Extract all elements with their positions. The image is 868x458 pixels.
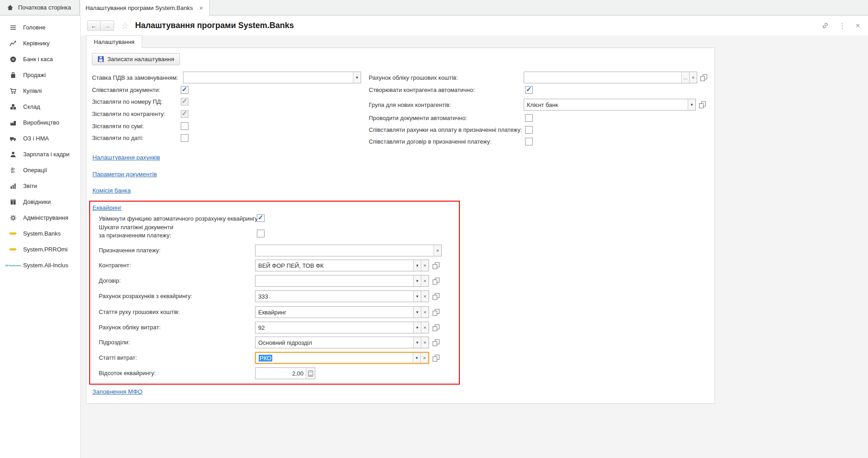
sidebar-item-zarplata-kadry[interactable]: Зарплата і кадри [0,146,80,162]
dropdown-button[interactable]: ▾ [353,72,361,83]
clear-button[interactable]: × [421,307,429,318]
clear-button[interactable]: × [421,322,429,333]
sidebar-item-zvity[interactable]: Звіти [0,178,80,194]
auto-create-counterparty-checkbox[interactable] [525,86,533,94]
sidebar-item-system-all-inclusive[interactable]: All-Inclusive System.All-Inclus [0,257,80,273]
enable-acquiring-checkbox[interactable] [257,214,265,222]
cash-account-value[interactable] [524,72,681,83]
acquiring-percent-value[interactable]: 2,00 [256,368,306,379]
payment-purpose-field[interactable]: × [255,245,442,256]
clear-button[interactable]: × [421,337,429,348]
clear-button[interactable]: × [421,275,429,286]
link-accounts-settings[interactable]: Налаштування рахунків [92,154,160,161]
dropdown-button[interactable]: ▾ [413,260,421,271]
dropdown-button[interactable]: ▾ [688,99,695,110]
link-bank-commission[interactable]: Комісія банка [92,187,131,194]
sidebar-item-administruvannya[interactable]: Адміністрування [0,210,80,226]
departments-value[interactable]: Основний підрозділ [256,337,413,348]
dropdown-button[interactable]: ▾ [413,307,421,318]
auto-post-checkbox[interactable] [525,114,533,122]
expense-account-copy-icon[interactable] [433,324,439,331]
acquiring-percent-field[interactable]: 2,00 [255,367,315,379]
sidebar-item-oz-nma[interactable]: ОЗ і НМА [0,130,80,146]
vat-rate-value[interactable] [183,72,353,83]
clear-button[interactable]: × [689,72,697,83]
sidebar-item-vyrobnytstvo[interactable]: Виробництво [0,115,80,130]
more-menu-icon[interactable]: ⋮ [839,22,846,30]
gear-icon [9,214,17,222]
vat-rate-combobox[interactable]: ▾ [183,72,361,83]
sidebar-item-kupivli[interactable]: Купівлі [0,83,80,99]
calculator-button[interactable] [306,368,315,379]
contract-combobox[interactable]: ▾ × [255,275,429,287]
clear-button[interactable]: × [421,291,429,302]
sidebar-item-operatsii[interactable]: Дт Кт Операції [0,162,80,178]
expense-items-combobox[interactable]: РКО ▾ × [255,352,429,364]
favorite-star-icon[interactable]: ☆ [121,21,129,31]
save-settings-button[interactable]: Записати налаштування [92,53,180,65]
expense-items-value[interactable]: РКО [259,355,272,362]
departments-combobox[interactable]: Основний підрозділ ▾ × [255,337,429,348]
match-payment-accounts-checkbox[interactable] [525,126,533,134]
new-group-combobox[interactable]: Клієнт банк ▾ [524,99,696,111]
contract-value[interactable] [256,275,413,286]
dropdown-button[interactable]: ▾ [413,337,421,348]
sidebar-item-system-prromi[interactable]: System.PRROmi [0,241,80,257]
new-group-copy-icon[interactable] [699,101,706,108]
link-acquiring[interactable]: Еквайринг [92,204,121,211]
get-link-icon[interactable] [821,22,829,29]
clear-button[interactable]: × [434,245,441,256]
contract-copy-icon[interactable] [433,278,439,284]
departments-copy-icon[interactable] [433,339,439,346]
close-form-icon[interactable]: × [856,22,860,30]
clear-button[interactable]: × [420,353,428,363]
cash-flow-item-combobox[interactable]: Еквайринг ▾ × [255,306,429,318]
sidebar-item-bank-kasa[interactable]: Банк і каса [0,51,80,67]
new-group-value[interactable]: Клієнт банк [524,99,688,110]
match-docs-checkbox[interactable] [181,86,188,94]
cash-account-field[interactable]: ... × [524,72,697,83]
back-button[interactable]: ← [87,20,101,31]
dropdown-button[interactable]: ▾ [413,353,420,363]
settlement-account-value[interactable]: 333 [256,291,413,302]
search-docs-checkbox[interactable] [257,230,265,237]
cash-flow-item-value[interactable]: Еквайринг [256,307,413,318]
dropdown-button[interactable]: ▾ [413,291,421,302]
dropdown-button[interactable]: ▾ [413,275,421,286]
match-date-checkbox[interactable] [181,134,188,142]
sidebar-item-dovidnyky[interactable]: Довідники [0,194,80,210]
sidebar-item-prodazhi[interactable]: Продажі [0,67,80,83]
match-sum-checkbox[interactable] [181,122,188,130]
tab-close-icon[interactable]: × [198,5,204,11]
clear-x-icon: × [436,248,439,253]
settlement-account-combobox[interactable]: 333 ▾ × [255,290,429,302]
settlement-account-copy-icon[interactable] [433,293,439,300]
sidebar-item-holovne[interactable]: Головне [0,19,80,35]
sidebar-item-system-banks[interactable]: System.Banks [0,226,80,241]
forward-button[interactable]: → [101,20,114,31]
sidebar-item-sklad[interactable]: Склад [0,99,80,115]
sidebar-item-kerivnyku[interactable]: Керівнику [0,35,80,51]
caret-icon: ▾ [416,340,419,345]
counterparty-value[interactable]: ВЕЙ ФОР ПЕЙ, ТОВ ФК [256,260,413,271]
tab-home-page[interactable]: Початкова сторінка [0,0,80,15]
choose-button[interactable]: ... [681,72,689,83]
link-mfo-fill[interactable]: Заповнення МФО [92,388,142,395]
match-contract-purpose-checkbox[interactable] [525,138,533,145]
payment-purpose-value[interactable] [256,245,434,256]
dropdown-button[interactable]: ▾ [413,322,421,333]
tab-settings-document[interactable]: Налаштування програми System.Banks × [80,0,210,16]
boxes-icon [9,103,17,111]
tab-nalashtuvannya[interactable]: Налаштування [86,35,142,48]
expense-items-copy-icon[interactable] [433,355,439,362]
caret-icon: ▾ [416,279,419,283]
counterparty-combobox[interactable]: ВЕЙ ФОР ПЕЙ, ТОВ ФК ▾ × [255,260,429,271]
counterparty-copy-icon[interactable] [433,262,439,269]
link-document-parameters[interactable]: Параметри документів [92,171,157,178]
enable-acquiring-label: Увімкнути функцию автоматичного розрахун… [99,215,259,222]
cash-flow-item-copy-icon[interactable] [433,309,439,316]
cash-account-copy-icon[interactable] [700,74,707,81]
clear-button[interactable]: × [421,260,429,271]
expense-account-combobox[interactable]: 92 ▾ × [255,322,429,333]
expense-account-value[interactable]: 92 [256,322,413,333]
